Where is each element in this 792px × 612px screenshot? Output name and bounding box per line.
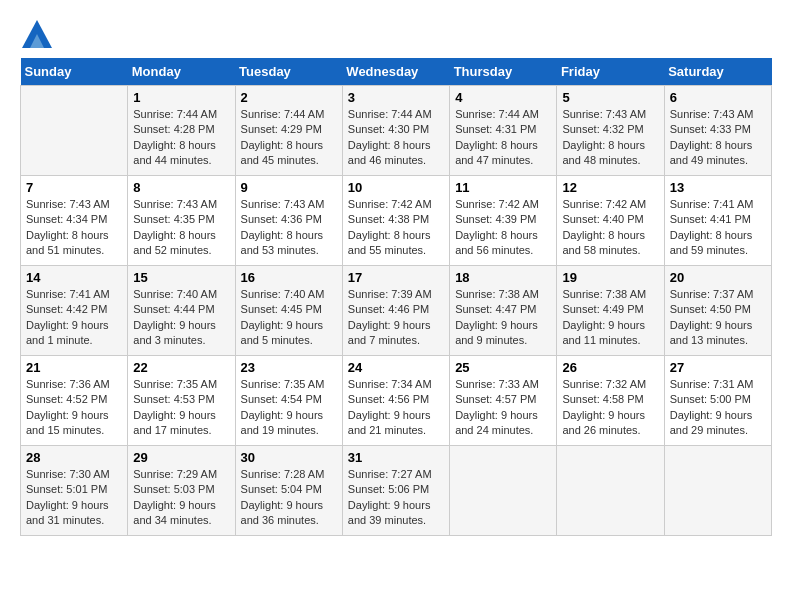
calendar-cell: 2Sunrise: 7:44 AM Sunset: 4:29 PM Daylig… xyxy=(235,86,342,176)
day-info: Sunrise: 7:44 AM Sunset: 4:29 PM Dayligh… xyxy=(241,107,337,169)
day-number: 21 xyxy=(26,360,122,375)
calendar-header-row: SundayMondayTuesdayWednesdayThursdayFrid… xyxy=(21,58,772,86)
day-info: Sunrise: 7:33 AM Sunset: 4:57 PM Dayligh… xyxy=(455,377,551,439)
calendar-cell: 5Sunrise: 7:43 AM Sunset: 4:32 PM Daylig… xyxy=(557,86,664,176)
calendar-cell: 17Sunrise: 7:39 AM Sunset: 4:46 PM Dayli… xyxy=(342,266,449,356)
day-number: 2 xyxy=(241,90,337,105)
calendar-cell: 28Sunrise: 7:30 AM Sunset: 5:01 PM Dayli… xyxy=(21,446,128,536)
day-info: Sunrise: 7:43 AM Sunset: 4:36 PM Dayligh… xyxy=(241,197,337,259)
calendar-cell: 24Sunrise: 7:34 AM Sunset: 4:56 PM Dayli… xyxy=(342,356,449,446)
day-info: Sunrise: 7:30 AM Sunset: 5:01 PM Dayligh… xyxy=(26,467,122,529)
day-number: 10 xyxy=(348,180,444,195)
day-info: Sunrise: 7:43 AM Sunset: 4:35 PM Dayligh… xyxy=(133,197,229,259)
day-number: 19 xyxy=(562,270,658,285)
day-of-week-header: Thursday xyxy=(450,58,557,86)
calendar-cell: 19Sunrise: 7:38 AM Sunset: 4:49 PM Dayli… xyxy=(557,266,664,356)
day-info: Sunrise: 7:43 AM Sunset: 4:32 PM Dayligh… xyxy=(562,107,658,169)
calendar-cell: 20Sunrise: 7:37 AM Sunset: 4:50 PM Dayli… xyxy=(664,266,771,356)
day-of-week-header: Tuesday xyxy=(235,58,342,86)
day-of-week-header: Monday xyxy=(128,58,235,86)
logo-icon xyxy=(22,20,52,48)
day-number: 18 xyxy=(455,270,551,285)
calendar-cell: 29Sunrise: 7:29 AM Sunset: 5:03 PM Dayli… xyxy=(128,446,235,536)
day-info: Sunrise: 7:40 AM Sunset: 4:44 PM Dayligh… xyxy=(133,287,229,349)
page-header xyxy=(20,20,772,48)
day-of-week-header: Friday xyxy=(557,58,664,86)
day-info: Sunrise: 7:44 AM Sunset: 4:30 PM Dayligh… xyxy=(348,107,444,169)
calendar-cell: 11Sunrise: 7:42 AM Sunset: 4:39 PM Dayli… xyxy=(450,176,557,266)
calendar-week-row: 21Sunrise: 7:36 AM Sunset: 4:52 PM Dayli… xyxy=(21,356,772,446)
day-info: Sunrise: 7:36 AM Sunset: 4:52 PM Dayligh… xyxy=(26,377,122,439)
day-info: Sunrise: 7:42 AM Sunset: 4:38 PM Dayligh… xyxy=(348,197,444,259)
calendar-cell: 13Sunrise: 7:41 AM Sunset: 4:41 PM Dayli… xyxy=(664,176,771,266)
day-number: 14 xyxy=(26,270,122,285)
calendar-week-row: 28Sunrise: 7:30 AM Sunset: 5:01 PM Dayli… xyxy=(21,446,772,536)
day-number: 15 xyxy=(133,270,229,285)
calendar-cell xyxy=(21,86,128,176)
day-number: 22 xyxy=(133,360,229,375)
day-info: Sunrise: 7:43 AM Sunset: 4:34 PM Dayligh… xyxy=(26,197,122,259)
day-number: 23 xyxy=(241,360,337,375)
calendar-cell: 26Sunrise: 7:32 AM Sunset: 4:58 PM Dayli… xyxy=(557,356,664,446)
day-number: 4 xyxy=(455,90,551,105)
calendar-cell: 9Sunrise: 7:43 AM Sunset: 4:36 PM Daylig… xyxy=(235,176,342,266)
calendar-cell: 23Sunrise: 7:35 AM Sunset: 4:54 PM Dayli… xyxy=(235,356,342,446)
day-of-week-header: Saturday xyxy=(664,58,771,86)
day-number: 9 xyxy=(241,180,337,195)
day-number: 17 xyxy=(348,270,444,285)
calendar-cell: 31Sunrise: 7:27 AM Sunset: 5:06 PM Dayli… xyxy=(342,446,449,536)
day-number: 28 xyxy=(26,450,122,465)
day-number: 25 xyxy=(455,360,551,375)
calendar-week-row: 7Sunrise: 7:43 AM Sunset: 4:34 PM Daylig… xyxy=(21,176,772,266)
calendar-cell: 10Sunrise: 7:42 AM Sunset: 4:38 PM Dayli… xyxy=(342,176,449,266)
day-number: 3 xyxy=(348,90,444,105)
calendar-cell: 12Sunrise: 7:42 AM Sunset: 4:40 PM Dayli… xyxy=(557,176,664,266)
day-info: Sunrise: 7:32 AM Sunset: 4:58 PM Dayligh… xyxy=(562,377,658,439)
calendar-table: SundayMondayTuesdayWednesdayThursdayFrid… xyxy=(20,58,772,536)
day-info: Sunrise: 7:37 AM Sunset: 4:50 PM Dayligh… xyxy=(670,287,766,349)
calendar-cell: 8Sunrise: 7:43 AM Sunset: 4:35 PM Daylig… xyxy=(128,176,235,266)
day-info: Sunrise: 7:41 AM Sunset: 4:42 PM Dayligh… xyxy=(26,287,122,349)
calendar-cell: 7Sunrise: 7:43 AM Sunset: 4:34 PM Daylig… xyxy=(21,176,128,266)
day-info: Sunrise: 7:38 AM Sunset: 4:47 PM Dayligh… xyxy=(455,287,551,349)
day-info: Sunrise: 7:35 AM Sunset: 4:54 PM Dayligh… xyxy=(241,377,337,439)
day-number: 31 xyxy=(348,450,444,465)
day-info: Sunrise: 7:40 AM Sunset: 4:45 PM Dayligh… xyxy=(241,287,337,349)
calendar-cell xyxy=(450,446,557,536)
calendar-cell: 21Sunrise: 7:36 AM Sunset: 4:52 PM Dayli… xyxy=(21,356,128,446)
day-number: 11 xyxy=(455,180,551,195)
day-info: Sunrise: 7:42 AM Sunset: 4:40 PM Dayligh… xyxy=(562,197,658,259)
calendar-cell: 30Sunrise: 7:28 AM Sunset: 5:04 PM Dayli… xyxy=(235,446,342,536)
day-of-week-header: Wednesday xyxy=(342,58,449,86)
day-info: Sunrise: 7:28 AM Sunset: 5:04 PM Dayligh… xyxy=(241,467,337,529)
calendar-cell: 15Sunrise: 7:40 AM Sunset: 4:44 PM Dayli… xyxy=(128,266,235,356)
day-number: 7 xyxy=(26,180,122,195)
calendar-cell xyxy=(664,446,771,536)
calendar-cell: 27Sunrise: 7:31 AM Sunset: 5:00 PM Dayli… xyxy=(664,356,771,446)
calendar-cell: 6Sunrise: 7:43 AM Sunset: 4:33 PM Daylig… xyxy=(664,86,771,176)
day-info: Sunrise: 7:43 AM Sunset: 4:33 PM Dayligh… xyxy=(670,107,766,169)
calendar-cell: 18Sunrise: 7:38 AM Sunset: 4:47 PM Dayli… xyxy=(450,266,557,356)
day-number: 24 xyxy=(348,360,444,375)
day-number: 30 xyxy=(241,450,337,465)
calendar-week-row: 14Sunrise: 7:41 AM Sunset: 4:42 PM Dayli… xyxy=(21,266,772,356)
day-number: 8 xyxy=(133,180,229,195)
calendar-cell: 4Sunrise: 7:44 AM Sunset: 4:31 PM Daylig… xyxy=(450,86,557,176)
day-number: 20 xyxy=(670,270,766,285)
day-number: 12 xyxy=(562,180,658,195)
day-of-week-header: Sunday xyxy=(21,58,128,86)
day-number: 27 xyxy=(670,360,766,375)
day-number: 26 xyxy=(562,360,658,375)
day-number: 5 xyxy=(562,90,658,105)
day-number: 6 xyxy=(670,90,766,105)
day-info: Sunrise: 7:29 AM Sunset: 5:03 PM Dayligh… xyxy=(133,467,229,529)
calendar-cell: 1Sunrise: 7:44 AM Sunset: 4:28 PM Daylig… xyxy=(128,86,235,176)
calendar-cell: 14Sunrise: 7:41 AM Sunset: 4:42 PM Dayli… xyxy=(21,266,128,356)
day-info: Sunrise: 7:44 AM Sunset: 4:28 PM Dayligh… xyxy=(133,107,229,169)
day-info: Sunrise: 7:39 AM Sunset: 4:46 PM Dayligh… xyxy=(348,287,444,349)
day-info: Sunrise: 7:31 AM Sunset: 5:00 PM Dayligh… xyxy=(670,377,766,439)
day-info: Sunrise: 7:34 AM Sunset: 4:56 PM Dayligh… xyxy=(348,377,444,439)
calendar-cell: 25Sunrise: 7:33 AM Sunset: 4:57 PM Dayli… xyxy=(450,356,557,446)
day-info: Sunrise: 7:41 AM Sunset: 4:41 PM Dayligh… xyxy=(670,197,766,259)
day-number: 16 xyxy=(241,270,337,285)
